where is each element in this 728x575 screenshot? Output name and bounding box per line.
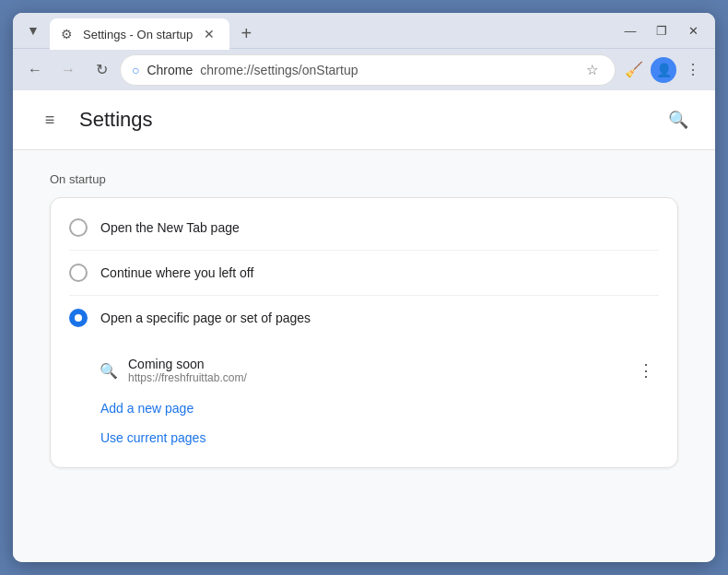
new-tab-button[interactable]: +	[233, 20, 259, 46]
tab-dropdown-button[interactable]: ▼	[20, 18, 46, 43]
chrome-label: Chrome	[147, 63, 193, 77]
page-entry: 🔍 Coming soon https://freshfruittab.com/…	[100, 347, 659, 393]
page-name: Coming soon	[128, 357, 622, 371]
sub-section: 🔍 Coming soon https://freshfruittab.com/…	[51, 340, 677, 460]
section-label: On startup	[50, 172, 678, 186]
add-new-page-button[interactable]: Add a new page	[100, 393, 194, 423]
settings-header: ≡ Settings 🔍	[13, 90, 715, 150]
option-new-tab-row[interactable]: Open the New Tab page	[51, 205, 677, 250]
tab-close-button[interactable]: ✕	[200, 25, 218, 43]
hamburger-menu-button[interactable]: ≡	[35, 105, 65, 135]
bookmark-button[interactable]: ☆	[580, 58, 604, 82]
settings-search-button[interactable]: 🔍	[663, 105, 693, 135]
option-new-tab-label: Open the New Tab page	[100, 220, 240, 235]
active-tab[interactable]: ⚙ Settings - On startup ✕	[50, 18, 229, 50]
close-window-button[interactable]: ✕	[678, 18, 708, 43]
url-text: chrome://settings/onStartup	[200, 63, 572, 77]
maximize-button[interactable]: ❐	[647, 18, 676, 43]
option-specific-row[interactable]: Open a specific page or set of pages	[51, 296, 677, 340]
reload-button[interactable]: ↻	[87, 55, 116, 85]
address-bar[interactable]: ○ Chrome chrome://settings/onStartup ☆	[120, 54, 616, 86]
page-search-icon: 🔍	[100, 362, 117, 380]
settings-title: Settings	[79, 108, 153, 132]
option-continue-label: Continue where you left off	[100, 265, 253, 280]
use-current-pages-button[interactable]: Use current pages	[100, 423, 205, 452]
tab-favicon: ⚙	[61, 27, 76, 41]
settings-title-row: ≡ Settings	[35, 105, 153, 135]
option-continue-row[interactable]: Continue where you left off	[51, 251, 677, 295]
back-button[interactable]: ←	[20, 55, 50, 85]
nav-bar: ← → ↻ ○ Chrome chrome://settings/onStart…	[13, 48, 715, 90]
address-icons: ☆	[580, 58, 604, 82]
title-bar: ▼ ⚙ Settings - On startup ✕ + — ❐ ✕	[13, 13, 715, 48]
page-info: Coming soon https://freshfruittab.com/	[128, 357, 622, 384]
settings-body: On startup Open the New Tab page Continu…	[13, 150, 715, 490]
chrome-menu-button[interactable]: ⋮	[678, 55, 708, 85]
extensions-button[interactable]: 🧹	[619, 55, 649, 85]
page-content: ≡ Settings 🔍 On startup Open the New Tab…	[13, 90, 715, 562]
option-specific-label: Open a specific page or set of pages	[100, 311, 311, 325]
radio-specific[interactable]	[69, 309, 88, 327]
forward-button[interactable]: →	[53, 55, 83, 85]
page-url: https://freshfruittab.com/	[128, 371, 622, 384]
radio-continue[interactable]	[69, 264, 88, 282]
nav-right: 🧹 👤 ⋮	[619, 55, 708, 85]
window-controls: — ❐ ✕	[616, 18, 708, 43]
options-card: Open the New Tab page Continue where you…	[50, 197, 678, 468]
tab-strip: ⚙ Settings - On startup ✕ +	[50, 13, 612, 48]
page-more-button[interactable]: ⋮	[633, 358, 659, 383]
browser-window: ▼ ⚙ Settings - On startup ✕ + — ❐ ✕ ← → …	[13, 13, 715, 562]
chrome-logo-icon: ○	[132, 63, 139, 77]
tab-title: Settings - On startup	[83, 28, 193, 41]
profile-button[interactable]: 👤	[651, 57, 676, 83]
radio-new-tab[interactable]	[69, 218, 88, 237]
minimize-button[interactable]: —	[616, 18, 645, 43]
